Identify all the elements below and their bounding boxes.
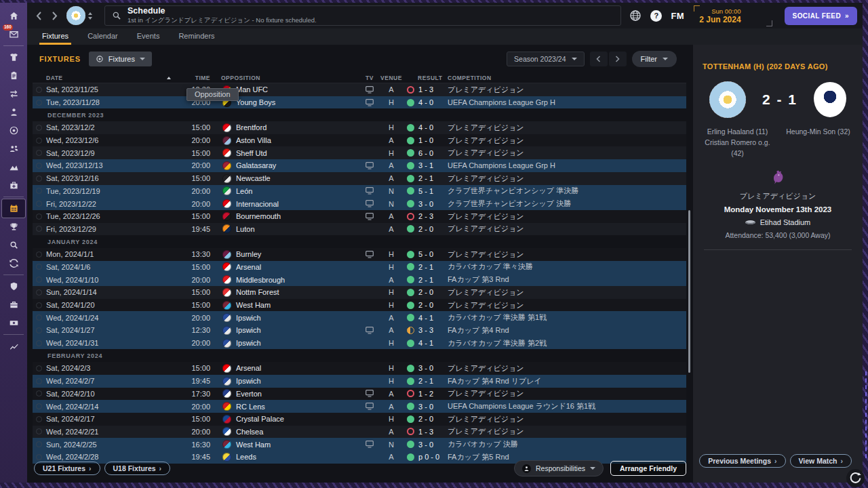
tv-cell (359, 390, 380, 397)
fixture-row[interactable]: Tue, 2023/12/19 20:00 León N 5 - 1 クラブ世界… (33, 185, 686, 198)
row-status-icon (36, 188, 42, 194)
fixture-row[interactable]: Sat, 2024/1/20 15:00 West Ham H 2 - 0 プレ… (33, 299, 686, 312)
fixture-row[interactable]: Fri, 2023/12/22 20:00 Internacional N 3 … (33, 197, 686, 210)
sidebar-item-medical[interactable] (2, 176, 25, 195)
fixture-row[interactable]: Wed, 2023/12/6 20:00 Aston Villa A 1 - 0… (33, 134, 686, 147)
fixture-row[interactable]: Wed, 2024/2/21 20:00 Chelsea A 1 - 3 プレミ… (33, 426, 686, 439)
club-selector-carets (88, 12, 92, 20)
tv-broadcast-icon (366, 327, 374, 334)
fixture-row[interactable]: Sat, 2024/2/17 15:00 Crystal Palace H 2 … (33, 413, 686, 426)
column-header-competition[interactable]: COMPETITION (448, 75, 686, 81)
tab-events[interactable]: Events (127, 28, 170, 45)
column-header-result[interactable]: RESULT (418, 75, 448, 81)
previous-meetings-button[interactable]: Previous Meetings› (699, 454, 785, 468)
result-icon (407, 86, 414, 94)
season-dropdown[interactable]: Season 2023/24 (507, 52, 584, 66)
world-globe-icon[interactable] (629, 9, 642, 22)
opponent-badge-icon (222, 250, 231, 259)
fixture-row[interactable]: Sat, 2023/12/9 15:00 Sheff Utd H 6 - 0 プ… (33, 146, 686, 159)
fixture-competition: プレミアディビジョン (448, 174, 686, 184)
fixture-row[interactable]: Sat, 2024/1/27 12:30 Ipswich A 3 - 3 FAカ… (33, 324, 686, 337)
column-header-time[interactable]: TIME (172, 75, 210, 81)
chevron-left-icon (36, 12, 42, 20)
responsibilities-dropdown[interactable]: Responsibilities (514, 460, 604, 476)
fixture-competition: FAカップ 第4 Rnd (448, 325, 686, 336)
fixture-row[interactable]: Fri, 2023/12/29 19:45 Luton A 2 - 0 プレミア… (33, 223, 686, 236)
sidebar-item-staff-briefcase[interactable] (2, 296, 25, 314)
search-bar[interactable]: Schedule 1st in イングランドプレミアディビジョン - No fi… (104, 5, 621, 26)
help-icon[interactable]: ? (650, 10, 662, 22)
fixture-row[interactable]: Wed, 2024/1/24 20:00 Ipswich A 4 - 1 カラバ… (33, 311, 686, 324)
sidebar-item-club-shield[interactable] (2, 277, 25, 296)
sidebar-item-home[interactable] (2, 7, 25, 25)
column-header-venue[interactable]: VENUE (380, 75, 403, 81)
month-label: DECEMBER 2023 (47, 112, 104, 119)
sidebar-item-competitions-trophy[interactable] (2, 218, 25, 236)
tab-fixtures[interactable]: Fixtures (33, 28, 78, 45)
fixture-row[interactable]: Wed, 2024/1/10 20:00 Middlesbrough A 2 -… (33, 273, 686, 286)
sidebar-item-search[interactable] (2, 236, 25, 254)
u21-fixtures-button[interactable]: U21 Fixtures› (34, 462, 100, 475)
sidebar-item-scouting[interactable] (2, 140, 25, 158)
topbar-icon-group: ? FM (629, 9, 684, 22)
view-dropdown[interactable]: Fixtures (89, 52, 152, 66)
fixture-row[interactable]: Sat, 2024/2/10 17:30 Everton A 1 - 2 プレミ… (33, 388, 686, 401)
u18-fixtures-button[interactable]: U18 Fixtures› (104, 462, 171, 475)
scorer-line: (42) (697, 148, 778, 159)
sidebar-item-sync[interactable] (2, 254, 25, 272)
fixture-row[interactable]: Wed, 2024/2/7 19:45 Ipswich H 2 - 1 FAカッ… (33, 375, 686, 388)
column-header-date[interactable]: DATE (45, 75, 172, 81)
vertical-scrollbar[interactable] (688, 210, 690, 373)
view-match-button[interactable]: View Match› (790, 454, 852, 468)
inbox-count-badge: 160 (3, 24, 13, 30)
season-next-button[interactable] (609, 52, 627, 66)
column-header-tv[interactable]: TV (359, 75, 380, 81)
fixture-date: Sat, 2024/2/17 (45, 415, 172, 423)
arrange-friendly-button[interactable]: Arrange Friendly (610, 461, 686, 476)
sidebar-item-data-hub[interactable] (2, 158, 25, 176)
fixture-row[interactable]: Tue, 2023/12/26 15:00 Bournemouth A 2 - … (33, 210, 686, 223)
fixture-row[interactable]: Sat, 2024/2/3 15:00 Arsenal H 3 - 0 プレミア… (33, 362, 686, 375)
fixture-row[interactable]: Sun, 2024/2/25 16:30 West Ham N 3 - 0 カラ… (33, 438, 686, 451)
sidebar-item-finances[interactable] (2, 314, 25, 332)
sidebar-item-inbox[interactable]: 160 (2, 25, 25, 43)
fixture-row[interactable]: Sat, 2023/11/25 12:30 Man UFC A 1 - 3 プレ… (33, 83, 686, 96)
fixture-row[interactable]: Wed, 2023/12/13 20:00 Galatasaray A 3 - … (33, 159, 686, 172)
view-eye-icon (96, 55, 104, 63)
sidebar-item-transfers[interactable] (2, 85, 25, 103)
nav-back-button[interactable] (31, 12, 47, 20)
fixture-time: 15:00 (172, 263, 210, 271)
tv-cell (359, 200, 380, 207)
fixture-date: Mon, 2024/1/1 (45, 250, 172, 258)
fixture-row[interactable]: Wed, 2024/1/31 20:00 Ipswich H 4 - 1 カラバ… (33, 337, 686, 350)
sidebar-item-form-graph[interactable] (2, 337, 25, 355)
opponent-name: Man UFC (236, 85, 268, 94)
tab-calendar[interactable]: Calendar (78, 28, 127, 45)
home-icon (9, 11, 19, 21)
fixture-row[interactable]: Wed, 2024/2/14 20:00 RC Lens A 3 - 0 UEF… (33, 400, 686, 413)
fixture-row[interactable]: Tue, 2023/11/28 20:00 Young Boys H 4 - 0… (33, 96, 686, 109)
sidebar-item-squad-shirt[interactable] (2, 48, 25, 66)
tab-reminders[interactable]: Reminders (169, 28, 224, 45)
sidebar-item-schedule-calendar[interactable] (2, 199, 25, 218)
sidebar-item-tactics-clipboard[interactable] (2, 66, 25, 85)
processing-spinner[interactable] (846, 469, 865, 487)
fixture-row[interactable]: Mon, 2024/1/1 13:30 Burnley H 5 - 0 プレミア… (33, 248, 686, 261)
nav-forward-button[interactable] (47, 12, 62, 20)
result-cell (403, 314, 418, 321)
fixture-row[interactable]: Sat, 2023/12/2 15:00 Brentford H 4 - 0 プ… (33, 121, 686, 134)
scorer-line: Cristian Romero o.g. (697, 138, 778, 148)
social-feed-button[interactable]: SOCIAL FEED » (785, 7, 857, 25)
season-prev-button[interactable] (590, 52, 608, 66)
sidebar-item-training[interactable] (2, 103, 25, 121)
tv-broadcast-icon (366, 441, 374, 448)
fixture-row[interactable]: Sat, 2023/12/16 15:00 Newcastle A 2 - 1 … (33, 172, 686, 185)
fixture-row[interactable]: Sat, 2024/1/6 15:00 Arsenal H 2 - 1 カラバオ… (33, 261, 686, 274)
column-header-opposition[interactable]: OPPOSITION (221, 75, 359, 81)
fixture-row[interactable]: Sun, 2024/1/14 15:00 Nottm Forest H 2 - … (33, 286, 686, 299)
sidebar-item-club-ball[interactable] (2, 121, 25, 140)
club-selector[interactable] (66, 6, 92, 25)
tv-cell (359, 441, 380, 448)
opposition-cell: Arsenal (221, 364, 359, 373)
filter-button[interactable]: Filter (632, 51, 677, 67)
